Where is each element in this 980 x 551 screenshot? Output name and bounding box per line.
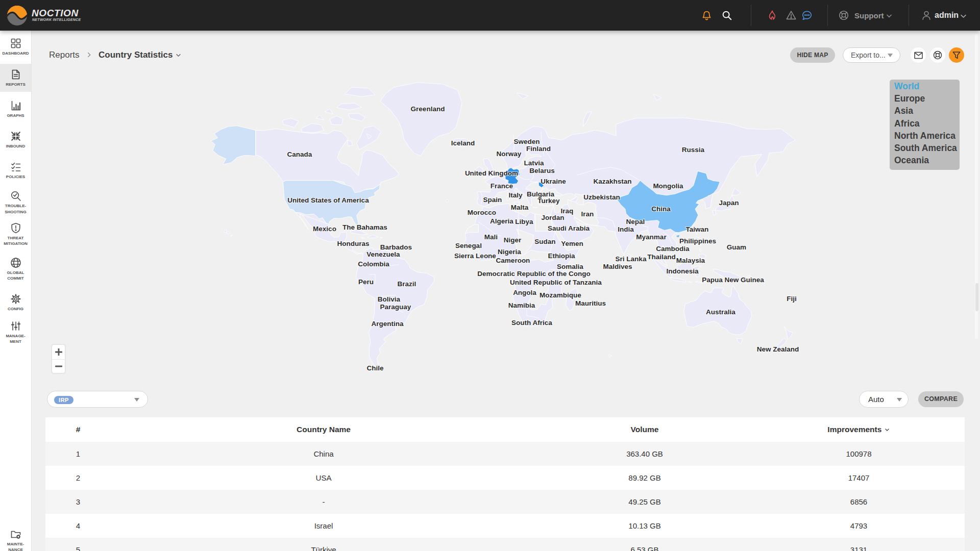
svg-text:Italy: Italy [508, 191, 523, 199]
svg-text:Argentina: Argentina [371, 320, 403, 328]
svg-text:Indonesia: Indonesia [666, 267, 699, 275]
svg-text:Spain: Spain [483, 196, 502, 204]
svg-text:Greenland: Greenland [411, 105, 445, 113]
svg-text:Japan: Japan [719, 199, 739, 207]
svg-text:Uzbekistan: Uzbekistan [583, 193, 620, 201]
svg-text:Sweden: Sweden [513, 138, 540, 145]
svg-text:Sudan: Sudan [534, 238, 555, 245]
svg-text:Thailand: Thailand [647, 253, 676, 261]
svg-text:Brazil: Brazil [398, 280, 416, 288]
svg-text:Mexico: Mexico [313, 225, 336, 233]
svg-text:Philippines: Philippines [679, 237, 716, 245]
svg-text:Sierra Leone: Sierra Leone [454, 252, 496, 260]
svg-text:Mongolia: Mongolia [653, 182, 683, 190]
svg-text:Bolivia: Bolivia [378, 295, 401, 303]
svg-text:Norway: Norway [497, 150, 522, 158]
svg-text:Ethiopia: Ethiopia [548, 252, 575, 260]
svg-text:Somalia: Somalia [557, 263, 583, 270]
svg-text:Nigeria: Nigeria [498, 248, 521, 256]
svg-text:Colombia: Colombia [358, 260, 389, 268]
svg-text:Australia: Australia [706, 308, 736, 316]
svg-text:Chile: Chile [366, 364, 383, 372]
svg-text:Iran: Iran [581, 210, 594, 218]
svg-text:Cambodia: Cambodia [656, 245, 690, 253]
svg-text:Niger: Niger [504, 236, 522, 244]
svg-text:Sri Lanka: Sri Lanka [616, 255, 647, 263]
svg-text:Honduras: Honduras [337, 240, 369, 247]
svg-text:India: India [618, 226, 634, 233]
svg-text:Latvia: Latvia [524, 159, 544, 167]
svg-text:United Republic of Tanzania: United Republic of Tanzania [510, 279, 602, 286]
svg-text:Senegal: Senegal [455, 242, 482, 249]
svg-text:Democratic Republic of the Con: Democratic Republic of the Congo [477, 270, 590, 278]
svg-text:Peru: Peru [358, 278, 374, 286]
svg-text:Saudi Arabia: Saudi Arabia [548, 224, 590, 232]
svg-text:Malaysia: Malaysia [676, 257, 705, 264]
svg-text:Malta: Malta [511, 204, 529, 211]
svg-text:Myanmar: Myanmar [636, 233, 667, 241]
svg-text:Russia: Russia [682, 146, 705, 154]
svg-text:Barbados: Barbados [380, 243, 412, 251]
svg-text:Venezuela: Venezuela [366, 251, 400, 258]
svg-text:Ukraine: Ukraine [541, 178, 566, 185]
svg-text:France: France [491, 182, 513, 190]
svg-text:Mauritius: Mauritius [575, 299, 606, 307]
svg-text:United Kingdom: United Kingdom [465, 169, 518, 177]
svg-text:Cameroon: Cameroon [496, 257, 530, 264]
svg-text:Morocco: Morocco [468, 209, 496, 216]
svg-text:Libya: Libya [515, 218, 533, 226]
svg-text:Papua New Guinea: Papua New Guinea [702, 276, 764, 284]
svg-text:Angola: Angola [513, 289, 536, 296]
svg-text:Paraguay: Paraguay [380, 303, 411, 311]
svg-text:China: China [651, 205, 671, 213]
svg-text:Nepal: Nepal [626, 218, 645, 226]
svg-text:Maldives: Maldives [603, 263, 632, 270]
svg-text:Mali: Mali [484, 233, 498, 241]
svg-text:Algeria: Algeria [490, 217, 513, 225]
svg-text:Kazakhstan: Kazakhstan [593, 178, 631, 185]
svg-text:Canada: Canada [287, 151, 312, 158]
svg-text:United States of America: United States of America [287, 196, 369, 204]
svg-text:Belarus: Belarus [529, 167, 555, 174]
svg-text:Finland: Finland [526, 145, 551, 153]
svg-text:Fiji: Fiji [787, 295, 797, 303]
svg-text:Yemen: Yemen [561, 240, 583, 247]
svg-text:Mozambique: Mozambique [540, 291, 581, 299]
svg-text:Taiwan: Taiwan [686, 226, 709, 233]
svg-text:The Bahamas: The Bahamas [342, 223, 387, 231]
svg-text:Iceland: Iceland [451, 139, 475, 147]
svg-text:Namibia: Namibia [508, 302, 535, 309]
svg-text:Guam: Guam [727, 243, 746, 251]
svg-text:Turkey: Turkey [537, 197, 560, 205]
svg-text:Jordan: Jordan [541, 214, 564, 221]
svg-text:New Zealand: New Zealand [757, 345, 799, 353]
svg-text:South Africa: South Africa [511, 319, 552, 327]
